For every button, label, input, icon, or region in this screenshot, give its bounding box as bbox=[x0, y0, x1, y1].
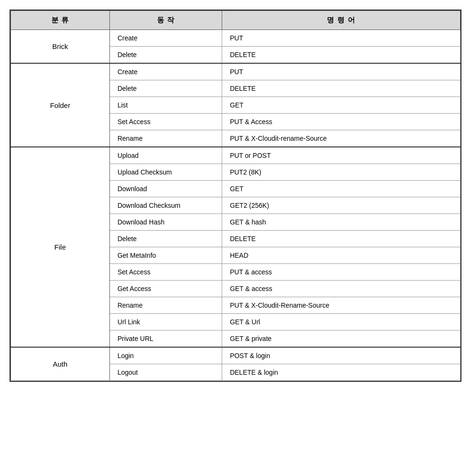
action-cell: List bbox=[109, 97, 222, 114]
table-row: AuthLoginPOST & login bbox=[11, 347, 461, 364]
action-cell: Logout bbox=[109, 364, 222, 381]
action-cell: Rename bbox=[109, 297, 222, 314]
action-cell: Upload Checksum bbox=[109, 164, 222, 181]
action-cell: Login bbox=[109, 347, 222, 364]
command-cell: PUT bbox=[222, 63, 461, 80]
action-cell: Delete bbox=[109, 231, 222, 247]
table-row: BrickCreatePUT bbox=[11, 30, 461, 47]
action-cell: Url Link bbox=[109, 314, 222, 330]
category-cell: Brick bbox=[11, 30, 110, 64]
header-row: 분 류 동 작 명 령 어 bbox=[11, 11, 461, 30]
action-cell: Delete bbox=[109, 47, 222, 64]
header-category: 분 류 bbox=[11, 11, 110, 30]
main-table: 분 류 동 작 명 령 어 BrickCreatePUTDeleteDELETE… bbox=[10, 10, 461, 381]
action-cell: Create bbox=[109, 30, 222, 47]
command-cell: GET2 (256K) bbox=[222, 197, 461, 214]
command-cell: PUT2 (8K) bbox=[222, 164, 461, 181]
command-cell: GET & private bbox=[222, 330, 461, 348]
category-cell: Folder bbox=[11, 63, 110, 147]
command-cell: PUT & X-Cloudit-Rename-Source bbox=[222, 297, 461, 314]
command-cell: GET bbox=[222, 97, 461, 114]
command-cell: PUT & Access bbox=[222, 114, 461, 130]
action-cell: Set Access bbox=[109, 114, 222, 130]
action-cell: Private URL bbox=[109, 330, 222, 348]
command-cell: PUT & X-Cloudit-rename-Source bbox=[222, 130, 461, 147]
header-command: 명 령 어 bbox=[222, 11, 461, 30]
command-cell: HEAD bbox=[222, 247, 461, 264]
command-cell: POST & login bbox=[222, 347, 461, 364]
command-cell: GET bbox=[222, 181, 461, 197]
command-cell: PUT bbox=[222, 30, 461, 47]
action-cell: Create bbox=[109, 63, 222, 80]
command-cell: PUT & access bbox=[222, 264, 461, 281]
command-cell: GET & Url bbox=[222, 314, 461, 330]
header-action: 동 작 bbox=[109, 11, 222, 30]
action-cell: Delete bbox=[109, 80, 222, 97]
table-row: FileUploadPUT or POST bbox=[11, 147, 461, 164]
command-cell: PUT or POST bbox=[222, 147, 461, 164]
action-cell: Set Access bbox=[109, 264, 222, 281]
action-cell: Get MetaInfo bbox=[109, 247, 222, 264]
command-cell: DELETE bbox=[222, 47, 461, 64]
category-cell: Auth bbox=[11, 347, 110, 381]
command-cell: DELETE bbox=[222, 80, 461, 97]
command-cell: GET & access bbox=[222, 281, 461, 297]
action-cell: Download Hash bbox=[109, 214, 222, 231]
category-cell: File bbox=[11, 147, 110, 347]
action-cell: Rename bbox=[109, 130, 222, 147]
command-cell: GET & hash bbox=[222, 214, 461, 231]
action-cell: Download bbox=[109, 181, 222, 197]
action-cell: Get Access bbox=[109, 281, 222, 297]
table-row: FolderCreatePUT bbox=[11, 63, 461, 80]
action-cell: Upload bbox=[109, 147, 222, 164]
action-cell: Download Checksum bbox=[109, 197, 222, 214]
command-cell: DELETE & login bbox=[222, 364, 461, 381]
command-cell: DELETE bbox=[222, 231, 461, 247]
